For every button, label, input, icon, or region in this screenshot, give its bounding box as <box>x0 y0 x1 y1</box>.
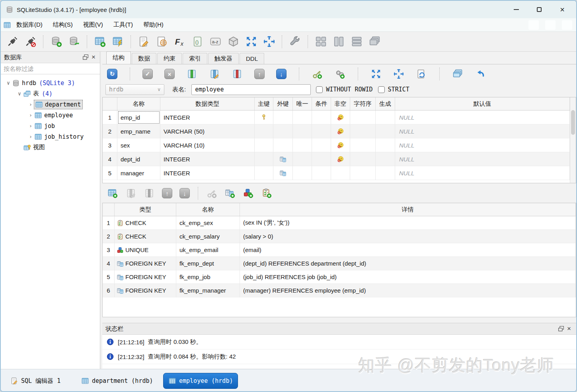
cell-datatype[interactable]: INTEGER <box>160 166 255 180</box>
chevron-right-icon[interactable]: › <box>27 123 34 129</box>
cell-check[interactable] <box>312 124 331 138</box>
close-panel-icon[interactable]: × <box>565 325 573 333</box>
refresh-structure-icon[interactable]: ↻ <box>107 69 117 79</box>
cell-details[interactable]: (email) <box>240 243 576 257</box>
cell-collate[interactable] <box>350 138 376 152</box>
maximize-button[interactable] <box>528 1 551 18</box>
header-datatype[interactable]: 数据类型 <box>160 97 255 110</box>
cell-unique[interactable] <box>293 166 312 180</box>
add-database-icon[interactable] <box>50 36 62 48</box>
header-collate[interactable]: 字符序 <box>350 97 376 110</box>
cell-unique[interactable] <box>293 111 312 124</box>
ddl-history-icon[interactable] <box>156 36 168 48</box>
cell-column-name[interactable]: dept_id <box>117 152 160 166</box>
add-column-icon[interactable] <box>186 68 197 80</box>
tree-item-views[interactable]: 视图 <box>1 142 100 153</box>
row-number[interactable]: 1 <box>103 216 115 230</box>
cell-collate[interactable] <box>350 166 376 180</box>
cell-type[interactable]: CHECK <box>115 230 176 243</box>
move-column-up-icon[interactable]: ↑ <box>254 69 265 79</box>
add-trigger-icon[interactable] <box>334 68 345 80</box>
undo-icon[interactable] <box>475 68 486 80</box>
cell-fk[interactable] <box>273 138 293 152</box>
header-notnull[interactable]: 非空 <box>331 97 350 110</box>
cell-fk[interactable] <box>273 152 293 166</box>
new-table-icon[interactable] <box>94 36 106 48</box>
cell-fk[interactable] <box>273 166 293 180</box>
add-foreign-key-icon[interactable] <box>224 188 236 199</box>
tab-indexes[interactable]: 索引 <box>183 53 207 64</box>
menu-help[interactable]: 帮助(H) <box>138 19 169 30</box>
child-close-button[interactable] <box>562 20 572 30</box>
chevron-right-icon[interactable]: › <box>27 112 34 118</box>
header-type[interactable]: 类型 <box>115 203 176 216</box>
row-number[interactable]: 4 <box>103 152 117 166</box>
taskbar-sql-editor-tab[interactable]: SQL 编辑器 1 <box>6 373 65 389</box>
cell-type[interactable]: FOREIGN KEY <box>115 257 176 270</box>
close-button[interactable]: × <box>551 1 574 18</box>
header-pk[interactable]: 主键 <box>255 97 273 110</box>
scrollbar-thumb[interactable] <box>571 110 575 135</box>
chevron-right-icon[interactable]: › <box>27 101 34 107</box>
cell-datatype[interactable]: INTEGER <box>160 111 255 124</box>
move-column-down-icon[interactable]: ↓ <box>276 69 287 79</box>
row-number[interactable]: 6 <box>103 284 115 297</box>
taskbar-department-tab[interactable]: department (hrdb) <box>76 373 158 389</box>
cell-default[interactable]: NULL <box>395 138 570 152</box>
export-table-icon[interactable] <box>393 68 404 80</box>
tree-item-job[interactable]: › job <box>1 120 100 131</box>
tile-horizontally-icon[interactable] <box>351 36 363 48</box>
row-number[interactable]: 5 <box>103 270 115 284</box>
without-rowid-checkbox[interactable] <box>316 86 323 93</box>
cell-notnull[interactable] <box>331 124 350 138</box>
row-number[interactable]: 5 <box>103 166 117 180</box>
row-number[interactable]: 2 <box>103 230 115 243</box>
tree-item-job-history[interactable]: › job_history <box>1 131 100 142</box>
add-table-constraint-icon[interactable] <box>107 188 118 199</box>
cell-type[interactable]: FOREIGN KEY <box>115 270 176 284</box>
cell-notnull[interactable] <box>331 166 350 180</box>
header-name[interactable]: 名称 <box>176 203 240 216</box>
commit-structure-icon[interactable]: ✓ <box>142 69 153 79</box>
edit-constraint-icon[interactable] <box>125 188 136 199</box>
tab-constraints[interactable]: 约束 <box>157 53 182 64</box>
cell-column-name[interactable]: manager <box>117 166 160 180</box>
cell-notnull[interactable] <box>331 152 350 166</box>
add-unique-icon[interactable] <box>243 188 254 199</box>
cell-column-name[interactable]: emp_name <box>117 124 160 138</box>
cell-collate[interactable] <box>350 152 376 166</box>
header-default[interactable]: 默认值 <box>395 97 570 110</box>
tile-vertically-icon[interactable] <box>333 36 345 48</box>
taskbar-employee-tab[interactable]: employee (hrdb) <box>163 373 238 389</box>
move-constraint-up-icon[interactable]: ↑ <box>162 188 172 198</box>
header-name[interactable]: 名称 <box>117 97 160 110</box>
tree-item-hrdb[interactable]: ∨ hrdb (SQLite 3) <box>1 78 100 88</box>
extensions-icon[interactable] <box>227 36 239 48</box>
cell-default[interactable]: NULL <box>395 111 570 124</box>
cell-column-name[interactable]: sex <box>117 138 160 152</box>
cell-default[interactable]: NULL <box>395 152 570 166</box>
tab-ddl[interactable]: DDL <box>240 53 264 64</box>
cell-generated[interactable] <box>376 166 395 180</box>
cell-pk[interactable] <box>255 124 273 138</box>
tab-data[interactable]: 数据 <box>132 53 156 64</box>
cell-name[interactable]: fk_emp_dept <box>176 257 240 270</box>
import-icon[interactable] <box>245 36 257 48</box>
cell-unique[interactable] <box>293 152 312 166</box>
undock-panel-icon[interactable] <box>557 325 565 333</box>
cell-collate[interactable] <box>350 124 376 138</box>
cell-details[interactable]: (job_id) REFERENCES job (job_id) <box>240 270 576 284</box>
cell-generated[interactable] <box>376 111 395 124</box>
refresh-database-icon[interactable] <box>68 36 80 48</box>
selected-tree-item[interactable]: department <box>34 100 82 109</box>
disconnect-icon[interactable] <box>24 36 36 48</box>
cell-name[interactable]: ck_emp_salary <box>176 230 240 243</box>
connect-icon[interactable] <box>6 36 18 48</box>
cell-details[interactable]: (salary > 0) <box>240 230 576 243</box>
columns-grid-scrollbar[interactable] <box>570 97 576 183</box>
create-similar-table-icon[interactable] <box>452 68 463 80</box>
child-minimize-button[interactable] <box>528 20 539 30</box>
close-panel-icon[interactable]: × <box>90 53 97 61</box>
populate-table-icon[interactable] <box>416 68 427 80</box>
table-name-input[interactable] <box>191 84 311 95</box>
